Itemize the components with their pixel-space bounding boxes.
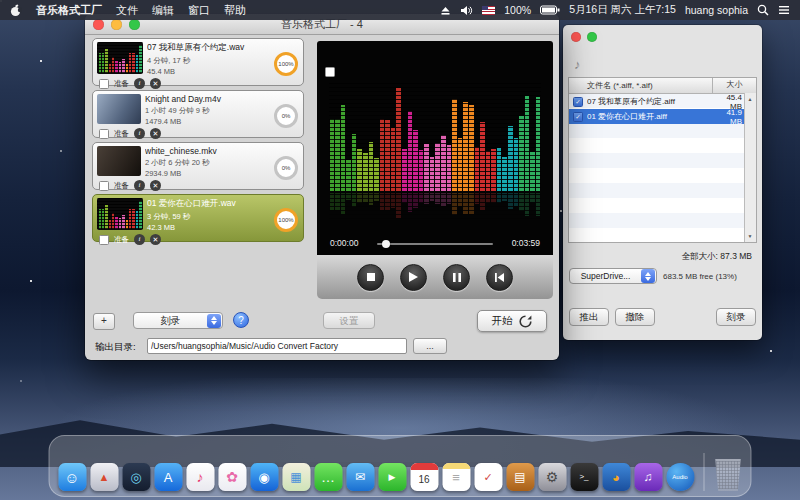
menu-window[interactable]: 窗口: [188, 3, 210, 18]
dock-item-facetime[interactable]: ▶: [378, 463, 407, 491]
app-icon-glyph: ▶: [389, 473, 396, 482]
dock-item-siri[interactable]: ◎: [122, 463, 151, 491]
status-label: 准备: [114, 129, 129, 139]
queue-item[interactable]: 01 爱你在心口难开.wav 3 分钟, 59 秒 42.3 MB 100% 准…: [92, 194, 304, 242]
eject-button[interactable]: 推出: [569, 308, 609, 326]
remove-button[interactable]: 撤除: [615, 308, 655, 326]
dock-item-photos[interactable]: ✿: [218, 463, 247, 491]
stop-button[interactable]: [357, 264, 384, 291]
zoom-button[interactable]: [129, 19, 140, 30]
ready-checkbox[interactable]: [99, 181, 109, 191]
app-icon-glyph: 16: [418, 475, 429, 485]
pause-button[interactable]: [443, 264, 470, 291]
progress-label: 0%: [282, 113, 291, 119]
dock-item-safari[interactable]: ◉: [250, 463, 279, 491]
info-button[interactable]: i: [134, 78, 145, 89]
dock-item-trash[interactable]: [714, 459, 743, 491]
file-checkbox[interactable]: ✓: [573, 97, 583, 107]
dock-item-messages[interactable]: …: [314, 463, 343, 491]
dock-item-audio-convert-factory[interactable]: Audio: [666, 463, 695, 491]
dock-item-reminders[interactable]: ✓: [474, 463, 503, 491]
playback-slider[interactable]: [377, 243, 493, 245]
menu-bar-user[interactable]: huang sophia: [685, 4, 748, 16]
input-language-flag-icon[interactable]: [482, 6, 495, 15]
column-header-filename[interactable]: 文件名 (*.aiff, *.aif): [569, 80, 712, 91]
eject-icon[interactable]: [440, 5, 451, 16]
app-icon-glyph: A: [164, 471, 173, 484]
dock-item-browser[interactable]: ◕: [602, 463, 631, 491]
dock-item-app-store[interactable]: A: [154, 463, 183, 491]
dock: ☺ ▲ ◎ A ♪ ✿ ◉ ▦ … ✉: [49, 435, 752, 497]
dock-item-mail[interactable]: ✉: [346, 463, 375, 491]
info-button[interactable]: i: [134, 128, 145, 139]
delete-item-button[interactable]: ✕: [150, 234, 161, 245]
drawer-zoom-button[interactable]: [587, 32, 597, 42]
drawer-file-name: 07 我和草原有个约定.aiff: [587, 96, 714, 107]
dock-item-media-player[interactable]: ♫: [634, 463, 663, 491]
queue-item[interactable]: white_chinese.mkv 2 小时 6 分钟 20 秒 2934.9 …: [92, 142, 304, 190]
total-size-label: 全部大小: 87.3 MB: [682, 251, 752, 263]
drawer-scrollbar[interactable]: ▲ ▼: [744, 93, 756, 242]
add-file-button[interactable]: +: [93, 313, 115, 330]
queue-item[interactable]: 07 我和草原有个约定.wav 4 分钟, 17 秒 45.4 MB 100% …: [92, 38, 304, 86]
spotlight-icon[interactable]: [757, 4, 769, 16]
dock-item-terminal[interactable]: >_: [570, 463, 599, 491]
scroll-down-arrow[interactable]: ▼: [745, 231, 755, 241]
progress-ring: 0%: [274, 156, 298, 180]
dock-item-maps[interactable]: ▦: [282, 463, 311, 491]
delete-item-button[interactable]: ✕: [150, 180, 161, 191]
delete-item-button[interactable]: ✕: [150, 128, 161, 139]
app-icon: ▤: [506, 463, 534, 491]
equalizer-reflection: [329, 193, 541, 219]
menu-bar-clock[interactable]: 5月16日 周六 上午7:15: [569, 3, 676, 17]
dock-item-finder[interactable]: ☺: [58, 463, 87, 491]
output-mode-select[interactable]: 刻录: [133, 312, 223, 329]
dock-item-books[interactable]: ▤: [506, 463, 535, 491]
burn-button[interactable]: 刻录: [716, 308, 756, 326]
file-thumbnail: [97, 198, 143, 230]
close-button[interactable]: [93, 19, 104, 30]
notification-center-icon[interactable]: [778, 5, 790, 15]
slider-knob[interactable]: [382, 240, 390, 248]
app-icon-glyph: ✓: [483, 472, 492, 483]
app-icon-glyph: ▤: [514, 471, 525, 483]
queue-item[interactable]: Knight and Day.m4v 1 小时 49 分钟 9 秒 1479.4…: [92, 90, 304, 138]
browse-button[interactable]: ...: [413, 338, 447, 354]
play-button[interactable]: [400, 264, 427, 291]
settings-button[interactable]: 设置: [323, 312, 375, 329]
output-path-input[interactable]: [147, 338, 407, 354]
column-header-size[interactable]: 大小: [712, 78, 756, 93]
start-button[interactable]: 开始: [477, 310, 547, 332]
skip-start-button[interactable]: [486, 264, 513, 291]
dock-item-calendar[interactable]: 16: [410, 463, 439, 491]
delete-item-button[interactable]: ✕: [150, 78, 161, 89]
menu-edit[interactable]: 编辑: [152, 3, 174, 18]
info-button[interactable]: i: [134, 234, 145, 245]
dock-item-itunes[interactable]: ♪: [186, 463, 215, 491]
help-button[interactable]: ?: [233, 312, 249, 328]
apple-menu[interactable]: [10, 4, 22, 17]
battery-icon[interactable]: [540, 5, 560, 15]
file-checkbox[interactable]: ✓: [573, 112, 583, 122]
drive-select[interactable]: SuperDrive...: [569, 268, 657, 284]
app-icon-glyph: ☺: [64, 470, 79, 485]
dock-item-notes[interactable]: ≡: [442, 463, 471, 491]
drawer-close-button[interactable]: [571, 32, 581, 42]
info-button[interactable]: i: [134, 180, 145, 191]
drawer-file-row[interactable]: ✓ 01 爱你在心口难开.aiff 41.9 MB: [569, 109, 756, 124]
battery-percent[interactable]: 100%: [504, 4, 531, 16]
menu-file[interactable]: 文件: [116, 3, 138, 18]
ready-checkbox[interactable]: [99, 129, 109, 139]
menu-help[interactable]: 帮助: [224, 3, 246, 18]
file-thumbnail: [97, 94, 141, 124]
volume-icon[interactable]: [460, 5, 473, 16]
dock-item-system-preferences[interactable]: ⚙: [538, 463, 567, 491]
file-thumbnail: [97, 146, 141, 176]
scroll-up-arrow[interactable]: ▲: [745, 94, 755, 104]
menu-app-name[interactable]: 音乐格式工厂: [36, 3, 102, 18]
dock-item-launchpad[interactable]: ▲: [90, 463, 119, 491]
minimize-button[interactable]: [111, 19, 122, 30]
preview-checkbox[interactable]: [325, 67, 335, 77]
ready-checkbox[interactable]: [99, 235, 109, 245]
ready-checkbox[interactable]: [99, 79, 109, 89]
